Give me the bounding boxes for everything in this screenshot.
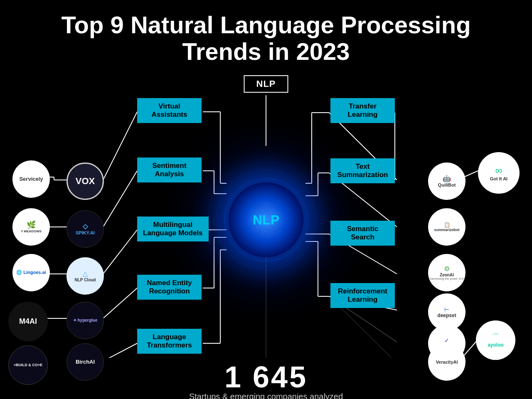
nlp-label-box: NLP [244, 75, 288, 93]
company-vox-label: VOX [76, 176, 95, 187]
company-buildco: <BUILD & CO>E [8, 345, 48, 385]
company-ayoloo-label: ayoloo [488, 342, 504, 348]
trend-sentiment-analysis: SentimentAnalysis [137, 158, 202, 183]
vectara-icon: ✓ [444, 337, 449, 344]
company-hyperglue: ✦ hyperglue [66, 302, 104, 339]
diagram: NLP NLP VirtualAssistants SentimentAnaly… [0, 71, 532, 358]
trend-transfer-learning: TransferLearning [330, 98, 395, 123]
company-deepset-label: deepset [437, 313, 456, 318]
company-birchai: BirchAI [66, 343, 104, 381]
svg-line-40 [103, 343, 137, 358]
deepset-icon: ⊢ [444, 306, 449, 313]
company-vox: VOX [66, 163, 104, 200]
company-m4ai-label: M4AI [19, 317, 37, 326]
company-lingoes: 🌐 Lingoes.ai [12, 254, 50, 291]
company-ymeadows-label: Y MEADOWS [21, 229, 42, 233]
company-servicely-label: Servicely [19, 176, 43, 182]
company-lingoes-label: 🌐 Lingoes.ai [16, 270, 46, 275]
svg-line-37 [103, 171, 137, 227]
company-veracityai: VeracityAI [428, 343, 466, 381]
title-section: Top 9 Natural Language Processing Trends… [0, 0, 532, 71]
trend-language-transformers: LanguageTransformers [137, 329, 202, 354]
trend-multilingual-language-models: MultilingualLanguage Models [137, 217, 209, 242]
spikyai-icon: ◇ [83, 222, 88, 230]
nlp-label: NLP [256, 79, 276, 89]
company-ymeadows: 🌿 Y MEADOWS [12, 208, 50, 246]
company-m4ai: M4AI [8, 302, 48, 341]
svg-line-39 [103, 288, 137, 318]
quillbot-icon: 🤖 [443, 175, 451, 182]
ymeadows-tree-icon: 🌿 [27, 220, 36, 229]
nlp-orb: NLP [224, 166, 308, 274]
company-hyperglue-label: ✦ hyperglue [73, 318, 98, 323]
company-buildco-label: <BUILD & CO>E [14, 363, 42, 367]
gotitai-icon: ∞ [495, 165, 502, 176]
trend-reinforcement-learning: ReinforcementLearning [330, 283, 395, 308]
company-ayoloo: ⌒ ayoloo [476, 320, 515, 360]
stats-subtitle: Startups & emerging companies analyzed [0, 392, 532, 399]
company-servicely: Servicely [12, 160, 50, 198]
company-summarizebot: 📋 summarizebot [428, 208, 466, 246]
company-veracityai-label: VeracityAI [436, 360, 458, 365]
trend-semantic-search: SemanticSearch [330, 221, 395, 246]
company-zeonai-sub: harnessing the power of A [430, 277, 464, 280]
company-birchai-label: BirchAI [76, 359, 95, 365]
company-spikyai: ◇ SPIKY.AI [66, 210, 104, 248]
company-zeonai-label: ZeonAI [440, 273, 454, 277]
company-spikyai-label: SPIKY.AI [76, 230, 95, 235]
company-gotitai: ∞ Got It AI [478, 152, 520, 194]
nlpcloud-icon: △ [83, 270, 88, 278]
orb-text: NLP [253, 212, 279, 227]
company-quillbot: 🤖 QuillBot [428, 163, 466, 200]
trend-text-summarization: TextSummarization [330, 158, 395, 184]
ayoloo-icon: ⌒ [492, 332, 500, 342]
summarizebot-icon: 📋 [444, 222, 450, 228]
trend-virtual-assistants: VirtualAssistants [137, 98, 202, 123]
svg-line-38 [103, 230, 137, 274]
trend-named-entity-recognition: Named EntityRecognition [137, 275, 202, 300]
company-zeonai: ⚙ ZeonAI harnessing the power of A [428, 254, 466, 291]
company-nlpcloud-label: NLP Cloud [75, 278, 96, 282]
company-summarizebot-label: summarizebot [434, 228, 459, 232]
zeonai-icon: ⚙ [444, 265, 450, 273]
svg-line-36 [103, 112, 137, 180]
company-quillbot-label: QuillBot [438, 182, 456, 187]
page-title: Top 9 Natural Language Processing Trends… [25, 12, 507, 65]
company-gotitai-label: Got It AI [490, 176, 507, 181]
company-nlpcloud: △ NLP Cloud [66, 257, 104, 295]
